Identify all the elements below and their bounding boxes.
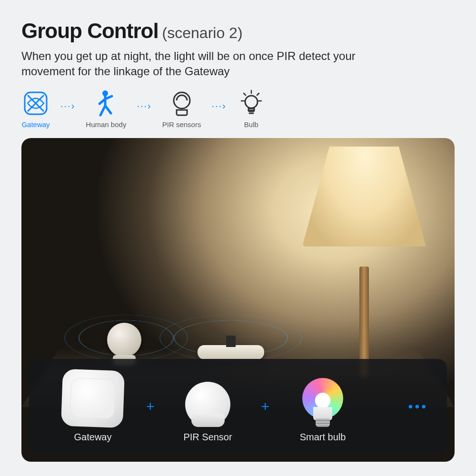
svg-point-8 (245, 96, 258, 108)
flow-gateway-label: Gateway (21, 120, 50, 129)
page-subtitle: (scenario 2) (162, 24, 243, 42)
bulb-product-icon (292, 370, 354, 427)
gateway-device-on-table (198, 345, 264, 359)
gateway-product-icon (61, 369, 125, 428)
pir-device-on-table (107, 323, 141, 357)
person-icon (92, 89, 120, 118)
bar-bulb: Smart bulb (275, 370, 370, 443)
page-title: Group Control (21, 19, 159, 43)
bar-gateway: Gateway (45, 370, 140, 443)
flow-human-label: Human body (86, 120, 126, 129)
flow-bulb: Bulb (237, 89, 266, 129)
more-icon[interactable]: ••• (376, 399, 431, 414)
arrow-icon: ···› (137, 100, 151, 111)
arrow-icon: ···› (211, 100, 226, 111)
svg-line-5 (257, 93, 259, 95)
gateway-icon (21, 89, 50, 118)
arrow-icon: ···› (60, 100, 75, 111)
bar-gateway-label: Gateway (74, 432, 112, 443)
plus-icon: + (146, 398, 155, 415)
bar-pir-label: PIR Sensor (183, 432, 232, 443)
flow-pir-label: PIR sensors (162, 120, 201, 129)
flow-human: Human body (86, 89, 126, 129)
flow-pir: PIR sensors (162, 89, 201, 129)
bar-bulb-label: Smart bulb (300, 432, 346, 443)
svg-line-4 (244, 93, 246, 95)
product-bar: Gateway + PIR Sensor + Smart bulb ••• (29, 359, 447, 454)
flow-diagram: Gateway ···› Human body ···› PIR sensor (21, 89, 455, 129)
page-description: When you get up at night, the light will… (21, 49, 412, 79)
sensor-icon (168, 89, 196, 118)
plus-icon: + (261, 398, 270, 415)
flow-bulb-label: Bulb (244, 120, 258, 129)
scene-image: Gateway + PIR Sensor + Smart bulb ••• (21, 138, 455, 462)
bar-pir: PIR Sensor (160, 370, 256, 443)
flow-gateway: Gateway (21, 89, 50, 129)
lamp-shade (302, 147, 426, 247)
bulb-icon (237, 89, 266, 118)
pir-product-icon (177, 370, 239, 427)
